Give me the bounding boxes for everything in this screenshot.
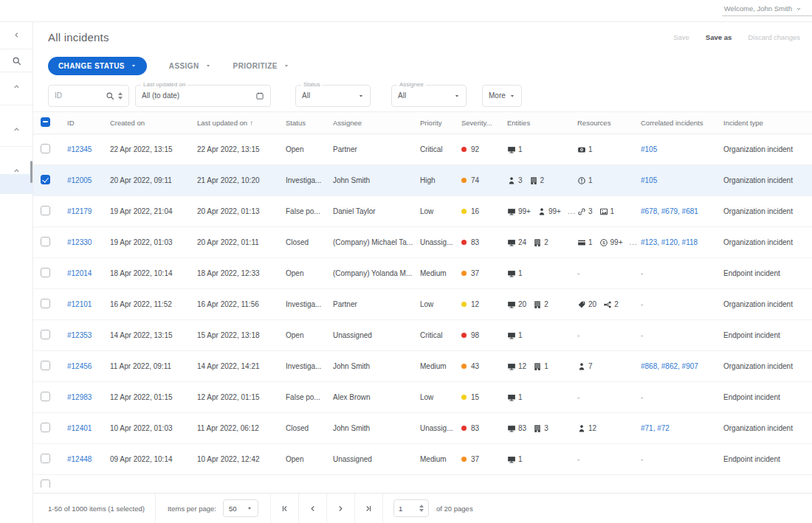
items-per-page-select[interactable]: 50 xyxy=(223,499,258,517)
last-page-button[interactable] xyxy=(355,493,383,523)
table-row[interactable]: #12401 10 Apr 2022, 01:03 11 Apr 2022, 0… xyxy=(33,413,812,444)
row-checkbox[interactable] xyxy=(41,268,50,277)
assignee-cell: Partner xyxy=(333,145,420,153)
last-updated-cell: 18 Apr 2022, 12:33 xyxy=(197,269,286,277)
id-filter-input[interactable] xyxy=(55,91,97,100)
table-row[interactable]: #12330 19 Apr 2022, 01:03 20 Apr 2022, 0… xyxy=(33,227,812,258)
table-row[interactable]: #12456 11 Apr 2022, 09:11 14 Apr 2022, 1… xyxy=(33,351,812,382)
row-checkbox[interactable] xyxy=(41,392,50,401)
page-number-input[interactable]: 1 xyxy=(393,499,429,517)
row-checkbox[interactable] xyxy=(41,175,50,184)
column-header-severity[interactable]: Severity... xyxy=(461,119,507,127)
column-header-entities[interactable]: Entities xyxy=(507,119,577,127)
table-row-partial[interactable] xyxy=(33,475,812,488)
select-all-checkbox[interactable] xyxy=(41,117,50,127)
building-icon: 2 xyxy=(533,300,548,309)
first-page-button[interactable] xyxy=(271,493,299,523)
assignee-cell: Unassigned xyxy=(333,331,420,339)
table-row[interactable]: #12448 09 Apr 2022, 10:14 10 Apr 2022, 1… xyxy=(33,444,812,475)
table-row[interactable]: #12014 18 Apr 2022, 10:14 18 Apr 2022, 1… xyxy=(33,258,812,289)
row-checkbox[interactable] xyxy=(41,454,50,463)
incident-id-link[interactable]: #12014 xyxy=(67,269,110,277)
row-checkbox[interactable] xyxy=(41,330,50,339)
correlated-incidents-link[interactable]: #868, #862, #907 xyxy=(641,362,723,370)
incident-id-link[interactable]: #12101 xyxy=(67,300,110,308)
correlated-incidents-link[interactable]: #105 xyxy=(641,145,723,153)
sidebar-section-toggle-2[interactable] xyxy=(0,125,32,134)
status-cell: Investiga... xyxy=(286,362,333,370)
incident-id-link[interactable]: #12448 xyxy=(67,455,110,463)
page-title: All incidents xyxy=(48,31,109,44)
row-checkbox[interactable] xyxy=(41,361,50,370)
column-header-assignee[interactable]: Assignee xyxy=(333,119,420,127)
previous-page-button[interactable] xyxy=(299,493,327,523)
column-header-updated[interactable]: Last updated on↑ xyxy=(197,119,286,127)
column-header-type[interactable]: Incident type xyxy=(723,119,812,127)
search-icon[interactable] xyxy=(106,91,114,100)
table-row[interactable]: #12983 12 Apr 2022, 01:15 12 Apr 2022, 0… xyxy=(33,382,812,413)
column-header-resources[interactable]: Resources xyxy=(577,119,641,127)
status-filter[interactable]: Status All xyxy=(295,85,371,107)
image-icon: 1 xyxy=(599,207,615,216)
more-filters-button[interactable]: More xyxy=(482,85,522,107)
correlated-incidents-link[interactable]: #123, #120, #118 xyxy=(641,238,723,246)
prioritize-button[interactable]: PRIORITIZE xyxy=(233,62,289,70)
row-checkbox[interactable] xyxy=(41,299,50,308)
row-checkbox[interactable] xyxy=(41,237,50,246)
status-cell: Open xyxy=(286,455,333,463)
row-checkbox[interactable] xyxy=(41,423,50,432)
assign-button[interactable]: ASSIGN xyxy=(169,62,211,70)
correlated-incidents-link[interactable]: #71, #72 xyxy=(641,424,723,432)
assignee-cell: Partner xyxy=(333,300,420,308)
assignee-filter[interactable]: Assignee All xyxy=(391,85,467,107)
correlated-incidents-link[interactable]: #678, #679, #681 xyxy=(641,207,723,215)
next-page-button[interactable] xyxy=(327,493,355,523)
page-stepper[interactable] xyxy=(419,505,424,512)
severity-cell: 12 xyxy=(461,300,507,308)
column-header-id[interactable]: ID xyxy=(67,119,110,127)
table-row[interactable]: #12353 14 Apr 2022, 13:15 15 Apr 2022, 1… xyxy=(33,320,812,351)
column-header-created[interactable]: Created on xyxy=(110,119,197,127)
tag-icon: 20 xyxy=(577,300,596,309)
column-header-correlated[interactable]: Correlated incidents xyxy=(641,119,723,127)
monitor-icon: 83 xyxy=(507,424,526,433)
assignee-filter-value: All xyxy=(398,91,406,100)
table-row[interactable]: #12179 19 Apr 2022, 21:04 20 Apr 2022, 0… xyxy=(33,196,812,227)
row-checkbox[interactable] xyxy=(41,144,50,153)
column-header-status[interactable]: Status xyxy=(286,119,333,127)
last-updated-filter[interactable]: Last updated on All (to date) xyxy=(135,85,271,107)
incident-id-link[interactable]: #12005 xyxy=(67,176,110,184)
table-row[interactable]: #12005 20 Apr 2022, 09:11 21 Apr 2022, 1… xyxy=(33,165,812,196)
incident-id-link[interactable]: #12330 xyxy=(67,238,110,246)
collapse-panel-button[interactable] xyxy=(0,31,32,39)
correlated-incidents-link[interactable]: #105 xyxy=(641,176,723,184)
table-row[interactable]: #12101 16 Apr 2022, 11:52 16 Apr 2022, 1… xyxy=(33,289,812,320)
incident-id-link[interactable]: #12179 xyxy=(67,207,110,215)
resources-cell: - xyxy=(577,331,641,339)
row-checkbox[interactable] xyxy=(41,479,50,488)
sidebar-search-button[interactable] xyxy=(0,49,32,72)
incident-id-link[interactable]: #12345 xyxy=(67,145,110,153)
status-cell: Investiga... xyxy=(286,300,333,308)
discard-changes-button[interactable]: Discard changes xyxy=(748,33,800,41)
id-stepper[interactable] xyxy=(118,92,123,100)
incident-type-cell: Organization incident xyxy=(723,362,812,370)
save-as-button[interactable]: Save as xyxy=(706,33,732,41)
sidebar-scrollbar[interactable] xyxy=(30,161,32,183)
incident-id-link[interactable]: #12456 xyxy=(67,362,110,370)
incident-id-link[interactable]: #12401 xyxy=(67,424,110,432)
entities-cell: 99+99+... xyxy=(507,207,577,216)
calendar-icon[interactable] xyxy=(255,91,264,100)
link-icon: 3 xyxy=(577,207,593,216)
column-header-priority[interactable]: Priority xyxy=(420,119,461,127)
incident-id-link[interactable]: #12353 xyxy=(67,331,110,339)
incident-type-cell: Organization incident xyxy=(723,238,812,246)
table-row[interactable]: #12345 22 Apr 2022, 13:15 22 Apr 2022, 1… xyxy=(33,134,812,165)
change-status-button[interactable]: CHANGE STATUS xyxy=(48,57,147,75)
save-button[interactable]: Save xyxy=(673,33,689,41)
sidebar-section-toggle-1[interactable] xyxy=(0,83,32,91)
table-body: #12345 22 Apr 2022, 13:15 22 Apr 2022, 1… xyxy=(33,134,812,475)
user-menu[interactable]: Welcome, John Smith xyxy=(724,4,802,13)
row-checkbox[interactable] xyxy=(41,206,50,215)
incident-id-link[interactable]: #12983 xyxy=(67,393,110,401)
